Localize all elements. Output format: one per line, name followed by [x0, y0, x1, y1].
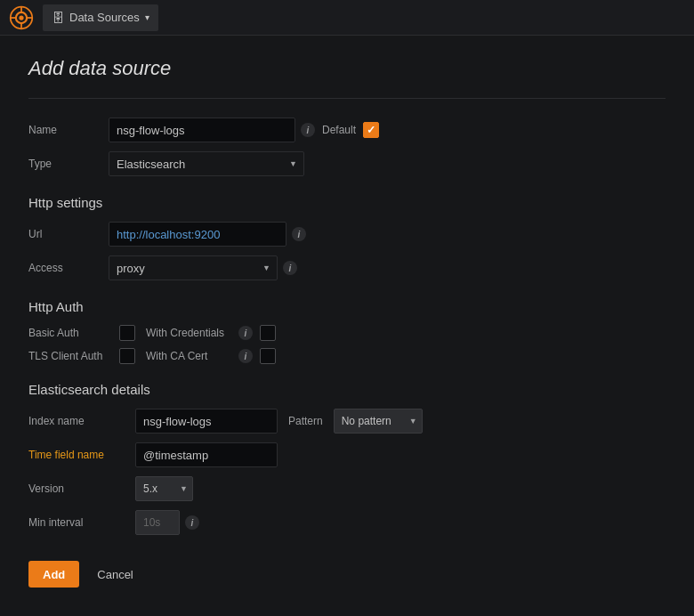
type-row: Type Elasticsearch Graphite InfluxDB	[28, 150, 666, 177]
svg-point-6	[19, 15, 23, 20]
tls-auth-label: TLS Client Auth	[28, 350, 109, 362]
type-select-wrapper: Elasticsearch Graphite InfluxDB	[109, 151, 304, 176]
main-content: Add data source Name i Default Type Elas…	[0, 36, 694, 616]
time-field-input[interactable]	[135, 442, 278, 467]
database-icon: 🗄	[52, 11, 64, 25]
name-row: Name i Default	[28, 117, 666, 143]
min-interval-row: Min interval i	[28, 509, 666, 536]
basic-auth-checkbox[interactable]	[119, 325, 135, 341]
min-interval-info-icon: i	[185, 515, 199, 530]
add-button[interactable]: Add	[28, 561, 79, 588]
navbar: 🗄 Data Sources ▾	[0, 0, 694, 36]
tls-auth-row: TLS Client Auth With CA Cert i	[28, 348, 666, 364]
type-label: Type	[28, 158, 109, 170]
page-title: Add data source	[28, 57, 666, 80]
action-buttons: Add Cancel	[28, 561, 666, 588]
pattern-label: Pattern	[288, 415, 323, 427]
tls-auth-checkbox[interactable]	[119, 348, 135, 364]
basic-auth-label: Basic Auth	[28, 327, 109, 339]
with-ca-cert-checkbox[interactable]	[260, 348, 276, 364]
index-name-input[interactable]	[135, 409, 278, 434]
http-auth-section: Http Auth Basic Auth With Credentials i …	[28, 299, 666, 364]
es-details-title: Elasticsearch details	[28, 382, 666, 397]
pattern-select[interactable]: No pattern Hourly Daily Weekly Monthly Y…	[334, 409, 423, 434]
url-info-icon: i	[292, 227, 306, 241]
grafana-logo[interactable]	[7, 4, 36, 32]
with-ca-cert-info-icon: i	[238, 349, 253, 363]
datasources-dropdown-button[interactable]: 🗄 Data Sources ▾	[43, 4, 158, 31]
es-details-section: Elasticsearch details Index name Pattern…	[28, 382, 666, 536]
access-row: Access proxy direct i	[28, 255, 666, 281]
version-label: Version	[28, 482, 135, 495]
name-label: Name	[28, 124, 109, 136]
default-label: Default	[322, 124, 356, 136]
http-settings-section: Http settings Url i Access proxy direct …	[28, 195, 666, 281]
url-row: Url i	[28, 221, 666, 247]
datasources-label: Data Sources	[69, 11, 140, 24]
default-checkbox[interactable]	[363, 122, 379, 138]
http-settings-title: Http settings	[28, 195, 666, 210]
http-auth-title: Http Auth	[28, 299, 666, 314]
with-credentials-info-icon: i	[238, 326, 253, 340]
title-divider	[28, 98, 666, 99]
time-field-label: Time field name	[28, 449, 135, 461]
with-ca-cert-label: With CA Cert	[146, 350, 226, 362]
access-select[interactable]: proxy direct	[109, 255, 278, 280]
with-credentials-group: With Credentials i	[146, 325, 276, 341]
access-label: Access	[28, 262, 109, 274]
pattern-select-wrapper: No pattern Hourly Daily Weekly Monthly Y…	[334, 409, 423, 434]
url-input[interactable]	[109, 222, 286, 247]
access-info-icon: i	[283, 261, 297, 275]
time-field-row: Time field name	[28, 442, 666, 468]
min-interval-label: Min interval	[28, 516, 135, 529]
index-name-row: Index name Pattern No pattern Hourly Dai…	[28, 408, 666, 434]
basic-auth-row: Basic Auth With Credentials i	[28, 325, 666, 341]
index-name-value-row: Pattern No pattern Hourly Daily Weekly M…	[135, 409, 423, 434]
dropdown-arrow-icon: ▾	[145, 12, 149, 22]
cancel-button[interactable]: Cancel	[90, 561, 140, 588]
version-select-wrapper: 2.x 5.x 6.0+	[135, 476, 193, 501]
access-select-wrapper: proxy direct	[109, 255, 278, 280]
type-select[interactable]: Elasticsearch Graphite InfluxDB	[109, 151, 304, 176]
version-row: Version 2.x 5.x 6.0+	[28, 475, 666, 502]
url-label: Url	[28, 228, 109, 240]
version-select[interactable]: 2.x 5.x 6.0+	[135, 476, 193, 501]
basic-settings-section: Name i Default Type Elasticsearch Graphi…	[28, 117, 666, 177]
name-info-icon: i	[301, 123, 315, 137]
with-credentials-checkbox[interactable]	[260, 325, 276, 341]
with-credentials-label: With Credentials	[146, 327, 226, 339]
with-ca-cert-group: With CA Cert i	[146, 348, 276, 364]
name-input[interactable]	[109, 118, 295, 142]
index-name-label: Index name	[28, 415, 135, 427]
min-interval-input[interactable]	[135, 510, 180, 535]
